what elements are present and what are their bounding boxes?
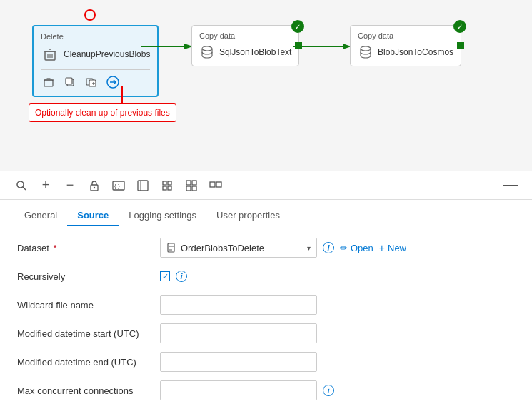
connector-right-2 — [457, 42, 464, 49]
recursively-checkbox[interactable]: ✓ — [160, 271, 170, 281]
arrow-2 — [293, 39, 351, 54]
dataset-select[interactable]: OrderBlobsToDelete ▾ — [160, 238, 317, 258]
copy1-node-wrapper: ✓ Copy data SqlJsonToBlobText — [191, 25, 299, 66]
success-badge-1: ✓ — [291, 20, 304, 33]
svg-rect-34 — [168, 186, 171, 190]
tab-user-properties[interactable]: User properties — [206, 206, 290, 226]
tab-logging[interactable]: Logging settings — [119, 206, 206, 226]
minus-toolbar-btn[interactable]: − — [63, 178, 77, 193]
copy2-node-wrapper: ✓ Copy data BlobJsonToCosmos — [350, 25, 461, 66]
svg-rect-38 — [192, 186, 196, 191]
trash-icon — [41, 45, 59, 64]
canvas-toolbar: + − { } — [0, 171, 532, 200]
dataset-chevron-icon: ▾ — [307, 244, 311, 252]
svg-point-22 — [361, 46, 371, 51]
grid-toolbar-btn[interactable] — [184, 178, 199, 193]
node-connect-btn[interactable] — [105, 74, 121, 90]
fit-toolbar-btn[interactable] — [160, 178, 174, 193]
node-actions-bar — [41, 69, 150, 90]
copy1-node[interactable]: ✓ Copy data SqlJsonToBlobText — [191, 25, 299, 66]
code-toolbar-btn[interactable]: { } — [111, 178, 126, 193]
dataset-controls: OrderBlobsToDelete ▾ i ✏ Open + New — [160, 238, 515, 258]
recursively-info-icon[interactable]: i — [176, 271, 187, 282]
copy2-type-label: Copy data — [358, 31, 453, 40]
required-star: * — [51, 243, 57, 253]
pipeline-canvas: Delete CleanupPreviousBlobs — [0, 0, 532, 171]
recursively-label: Recursively — [17, 271, 160, 282]
svg-rect-31 — [163, 181, 166, 185]
db-icon-1 — [199, 44, 215, 60]
max-connections-input[interactable] — [160, 380, 317, 400]
svg-rect-35 — [186, 181, 191, 185]
svg-line-24 — [23, 187, 26, 190]
svg-rect-39 — [210, 182, 215, 187]
arrow-1 — [141, 39, 193, 54]
dataset-select-value: OrderBlobsToDelete — [166, 243, 264, 253]
node-copy-btn[interactable] — [62, 74, 78, 90]
svg-point-23 — [17, 181, 24, 188]
max-connections-label: Max concurrent connections — [17, 385, 160, 396]
form-area: Dataset * OrderBlobsToDelete ▾ i ✏ Op — [0, 226, 532, 409]
node-duplicate-btn[interactable] — [84, 74, 99, 90]
delete-node[interactable]: Delete CleanupPreviousBlobs — [32, 25, 159, 97]
copy2-node[interactable]: ✓ Copy data BlobJsonToCosmos — [350, 25, 461, 66]
search-toolbar-btn[interactable] — [14, 178, 29, 193]
wildcard-label: Wildcard file name — [17, 300, 160, 310]
tab-general[interactable]: General — [14, 206, 67, 226]
plus-toolbar-btn[interactable]: + — [39, 178, 53, 193]
svg-rect-36 — [192, 181, 196, 185]
svg-text:{ }: { } — [114, 183, 120, 189]
modified-end-label: Modified datetime end (UTC) — [17, 357, 160, 368]
db-icon-2 — [358, 44, 373, 60]
dataset-label: Dataset * — [17, 243, 160, 253]
dataset-new-link[interactable]: + New — [379, 242, 406, 253]
modified-start-input[interactable] — [160, 323, 317, 343]
svg-rect-32 — [168, 181, 171, 185]
copy2-name-text: BlobJsonToCosmos — [378, 47, 453, 57]
plus-icon: + — [379, 242, 385, 253]
tabs-bar: General Source Logging settings User pro… — [0, 200, 532, 226]
svg-rect-6 — [44, 80, 53, 86]
modified-end-input[interactable] — [160, 352, 317, 372]
svg-rect-37 — [186, 186, 191, 191]
dataset-open-link[interactable]: ✏ Open — [340, 243, 373, 253]
red-circle-indicator — [84, 9, 96, 21]
pencil-icon: ✏ — [340, 243, 348, 253]
max-connections-wrapper: i — [160, 380, 334, 400]
node-delete-btn[interactable] — [41, 74, 56, 90]
copy1-type-label: Copy data — [199, 31, 291, 40]
dataset-info-icon[interactable]: i — [323, 242, 334, 253]
node-name-row: CleanupPreviousBlobs — [41, 45, 150, 64]
svg-rect-40 — [216, 182, 221, 187]
max-connections-row: Max concurrent connections i — [17, 380, 515, 400]
recursively-row: Recursively ✓ i — [17, 266, 515, 286]
dataset-value-text: OrderBlobsToDelete — [181, 243, 264, 253]
svg-rect-33 — [163, 186, 166, 190]
annotation-text: Optionally clean up of previous files — [35, 108, 170, 118]
layers-toolbar-btn[interactable] — [209, 178, 223, 193]
wildcard-input[interactable] — [160, 295, 317, 315]
svg-rect-29 — [138, 181, 148, 191]
svg-rect-10 — [66, 78, 72, 84]
recursively-checkbox-wrapper: ✓ i — [160, 271, 187, 282]
expand-toolbar-btn[interactable] — [136, 178, 150, 193]
dataset-doc-icon — [166, 243, 176, 253]
modified-end-row: Modified datetime end (UTC) — [17, 352, 515, 372]
modified-start-row: Modified datetime start (UTC) — [17, 323, 515, 343]
node-name-text: CleanupPreviousBlobs — [64, 49, 150, 59]
max-connections-info-icon[interactable]: i — [323, 385, 334, 396]
toolbar-divider-right — [503, 185, 518, 186]
copy1-name-row: SqlJsonToBlobText — [199, 44, 291, 60]
svg-point-19 — [202, 46, 212, 51]
copy1-name-text: SqlJsonToBlobText — [219, 47, 291, 57]
dataset-row: Dataset * OrderBlobsToDelete ▾ i ✏ Op — [17, 238, 515, 258]
tab-source[interactable]: Source — [67, 206, 119, 226]
wildcard-row: Wildcard file name — [17, 295, 515, 315]
lock-toolbar-btn[interactable] — [87, 178, 101, 193]
node-type-label: Delete — [41, 32, 150, 41]
success-badge-2: ✓ — [453, 20, 466, 33]
modified-start-label: Modified datetime start (UTC) — [17, 328, 160, 339]
svg-point-26 — [94, 186, 95, 188]
checkmark-icon: ✓ — [162, 272, 169, 281]
annotation-box: Optionally clean up of previous files — [29, 103, 176, 122]
